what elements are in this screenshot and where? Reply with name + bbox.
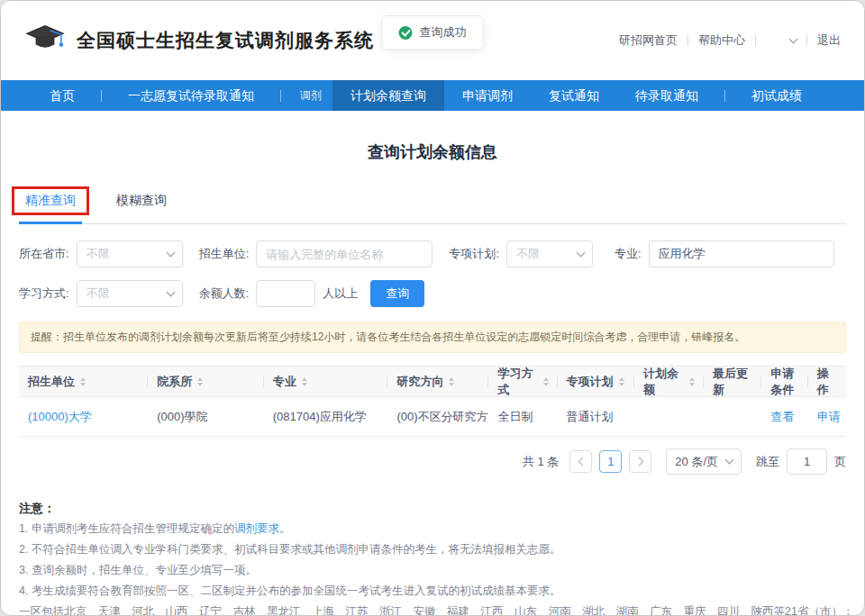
success-check-icon xyxy=(399,26,413,40)
major-input[interactable] xyxy=(649,240,834,267)
note-item-1: 1. 申请调剂考生应符合招生管理规定确定的调剂要求。 xyxy=(19,519,846,539)
note-item-3: 3. 查询余额时，招生单位、专业至少填写一项。 xyxy=(19,560,846,581)
nav-group-label-tiaoji: 调剂 xyxy=(289,88,332,104)
query-tabs: 精准查询 模糊查询 xyxy=(19,183,846,224)
study-mode-select[interactable]: 不限 xyxy=(77,280,183,307)
column-header-unit[interactable]: 招生单位 xyxy=(19,367,148,396)
link-site-home[interactable]: 研招网首页 xyxy=(619,32,678,49)
table-row: (10000)大学 (000)學院 (081704)应用化学 (00)不区分研究… xyxy=(19,397,846,437)
sort-icon[interactable] xyxy=(449,377,454,386)
sort-icon[interactable] xyxy=(619,377,624,386)
note-item-4-zone1: 一区包括北京、天津、河北、山西、辽宁、吉林、黑龙江、上海、江苏、浙江、安徽、福建… xyxy=(19,602,846,616)
column-header-direction[interactable]: 研究方向 xyxy=(387,367,488,396)
toast-message: 查询成功 xyxy=(382,15,484,50)
logout-button[interactable]: 退出 xyxy=(817,32,841,49)
results-table: 招生单位 院系所 专业 研究方向 学习方式 xyxy=(19,366,846,437)
reminder-banner: 提醒：招生单位发布的调剂计划余额每次更新后将至少持续12小时，请各位考生结合各招… xyxy=(19,322,846,353)
chevron-right-icon xyxy=(634,457,643,467)
table-header: 招生单位 院系所 专业 研究方向 学习方式 xyxy=(19,367,846,397)
notes-title: 注意： xyxy=(19,498,846,519)
chevron-down-icon xyxy=(576,248,585,257)
study-mode-select-value: 不限 xyxy=(86,285,110,302)
pagination: 共 1 条 1 20 条/页 跳至 页 xyxy=(19,448,846,475)
nav-item-quota-query[interactable]: 计划余额查询 xyxy=(332,80,444,111)
form-row-1: 所在省市: 不限 招生单位: 专项计划: 不限 专业: xyxy=(19,240,846,267)
nav-divider xyxy=(101,90,102,102)
quota-count-input[interactable] xyxy=(256,280,315,307)
chevron-down-icon xyxy=(166,287,175,296)
total-count: 共 1 条 xyxy=(523,454,559,470)
page-size-select[interactable]: 20 条/页 xyxy=(666,448,742,475)
sort-icon[interactable] xyxy=(543,377,549,386)
quota-suffix-text: 人以上 xyxy=(323,285,358,302)
sort-icon[interactable] xyxy=(302,377,307,386)
form-row-2: 学习方式: 不限 余额人数: 人以上 查询 xyxy=(19,280,846,307)
nav-item-home[interactable]: 首页 xyxy=(32,80,93,111)
cell-special-plan: 普通计划 xyxy=(558,409,634,425)
unit-label: 招生单位: xyxy=(199,246,250,262)
column-header-department[interactable]: 院系所 xyxy=(148,367,264,396)
nav-item-admission-notice[interactable]: 待录取通知 xyxy=(617,80,716,111)
special-plan-select-value: 不限 xyxy=(516,246,540,262)
view-conditions-link[interactable]: 查看 xyxy=(761,409,807,425)
chevron-down-icon xyxy=(725,456,734,465)
user-menu[interactable] xyxy=(766,40,797,42)
next-page-button[interactable] xyxy=(629,450,651,473)
column-header-conditions: 申请条件 xyxy=(761,367,807,396)
column-header-actions: 操作 xyxy=(808,367,846,396)
query-form: 所在省市: 不限 招生单位: 专项计划: 不限 专业: 学习方式: 不限 xyxy=(19,240,846,307)
transfer-requirements-link[interactable]: 调剂要求 xyxy=(234,522,279,535)
nav-item-initial-score[interactable]: 初试成绩 xyxy=(733,80,820,111)
chevron-down-icon xyxy=(166,248,175,257)
search-button[interactable]: 查询 xyxy=(370,280,424,307)
current-page[interactable]: 1 xyxy=(599,450,622,473)
jump-page-input[interactable] xyxy=(787,448,827,475)
nav-item-retest-notice[interactable]: 复试通知 xyxy=(531,80,617,111)
top-links: 研招网首页 帮助中心 退出 xyxy=(619,32,841,49)
column-header-special-plan[interactable]: 专项计划 xyxy=(558,367,634,396)
tab-precise-label: 精准查询 xyxy=(25,193,76,207)
link-help-center[interactable]: 帮助中心 xyxy=(698,32,745,49)
chevron-down-icon xyxy=(789,34,798,43)
nav-divider xyxy=(280,90,281,102)
column-header-quota[interactable]: 计划余额 xyxy=(634,367,704,396)
column-header-major[interactable]: 专业 xyxy=(264,367,388,396)
column-header-last-update: 最后更新 xyxy=(704,367,761,396)
quota-count-label: 余额人数: xyxy=(199,285,250,302)
tab-precise-query[interactable]: 精准查询 xyxy=(21,183,80,223)
prev-page-button[interactable] xyxy=(569,450,592,473)
cell-direction: (00)不区分研究方向 xyxy=(387,409,488,425)
apply-link[interactable]: 申请 xyxy=(808,409,846,425)
note-item-2: 2. 不符合招生单位调入专业学科门类要求、初试科目要求或其他调剂申请条件的考生，… xyxy=(19,539,846,560)
column-header-study-mode[interactable]: 学习方式 xyxy=(488,367,557,396)
app-window: 全国硕士生招生复试调剂服务系统 查询成功 研招网首页 帮助中心 退出 首页 一志… xyxy=(0,0,865,616)
sort-icon[interactable] xyxy=(80,377,86,386)
divider xyxy=(687,35,688,46)
major-label: 专业: xyxy=(615,246,642,262)
special-plan-select[interactable]: 不限 xyxy=(506,240,593,267)
page-title: 查询计划余额信息 xyxy=(19,141,846,163)
province-select[interactable]: 不限 xyxy=(77,240,183,267)
unit-input[interactable] xyxy=(256,240,432,267)
jump-to-label: 跳至 xyxy=(756,454,779,470)
page-unit-label: 页 xyxy=(834,454,846,470)
nav-item-apply-transfer[interactable]: 申请调剂 xyxy=(444,80,531,111)
sort-icon[interactable] xyxy=(689,377,695,386)
divider xyxy=(755,35,756,46)
page-size-value: 20 条/页 xyxy=(675,454,718,470)
province-label: 所在省市: xyxy=(19,246,69,262)
sort-icon[interactable] xyxy=(197,377,203,386)
study-mode-label: 学习方式: xyxy=(19,285,69,302)
nav-item-first-choice-notice[interactable]: 一志愿复试待录取通知 xyxy=(110,80,272,111)
content-area: 查询计划余额信息 精准查询 模糊查询 所在省市: 不限 招生单位: 专项计划: xyxy=(1,141,864,616)
cell-unit-link[interactable]: (10000)大学 xyxy=(19,409,148,425)
note-item-4: 4. 考生成绩要符合教育部按照一区、二区制定并公布的参加全国统一考试考生进入复试… xyxy=(19,581,846,602)
tab-fuzzy-query[interactable]: 模糊查询 xyxy=(114,186,168,221)
special-plan-label: 专项计划: xyxy=(449,246,499,262)
app-title: 全国硕士生招生复试调剂服务系统 xyxy=(77,28,374,53)
nav-divider xyxy=(724,90,725,102)
province-select-value: 不限 xyxy=(86,246,110,262)
top-bar: 全国硕士生招生复试调剂服务系统 查询成功 研招网首页 帮助中心 退出 xyxy=(1,1,864,80)
main-nav: 首页 一志愿复试待录取通知 调剂 计划余额查询 申请调剂 复试通知 待录取通知 … xyxy=(1,80,864,111)
notes-section: 注意： 1. 申请调剂考生应符合招生管理规定确定的调剂要求。 2. 不符合招生单… xyxy=(19,498,846,616)
